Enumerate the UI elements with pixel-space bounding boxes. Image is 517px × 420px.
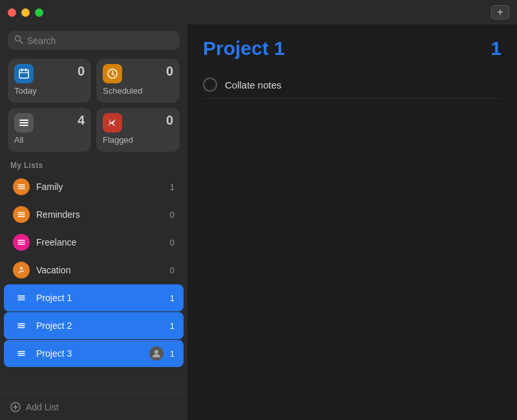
list-item-freelance[interactable]: Freelance 0 — [4, 229, 184, 256]
smart-card-all[interactable]: 4 All — [8, 108, 91, 152]
task-item-task1[interactable]: Collate notes — [203, 71, 501, 99]
close-button[interactable] — [8, 8, 16, 17]
minimize-button[interactable] — [21, 8, 30, 17]
project1-name: Project 1 — [36, 293, 164, 303]
plus-circle-icon — [10, 402, 21, 412]
smart-card-top: 4 — [14, 113, 85, 132]
project3-name: Project 3 — [36, 348, 143, 359]
list-item-project1[interactable]: Project 1 1 — [4, 284, 184, 311]
list-item-project3[interactable]: Project 3 1 — [4, 340, 184, 367]
vacation-count: 0 — [170, 266, 174, 275]
project1-count: 1 — [170, 293, 174, 303]
add-list-button[interactable]: Add List — [0, 394, 187, 420]
add-window-button[interactable]: + — [491, 5, 509, 19]
family-icon — [13, 178, 30, 195]
search-icon — [14, 35, 23, 46]
sidebar: 0 Today 0 Scheduled 4 All — [0, 25, 187, 420]
list-item-project2[interactable]: Project 2 1 — [4, 312, 184, 339]
smart-card-top: 0 — [103, 113, 173, 132]
scheduled-icon — [103, 64, 122, 83]
all-count: 4 — [78, 113, 85, 128]
all-label: All — [14, 135, 85, 145]
flagged-count: 0 — [166, 113, 173, 128]
svg-rect-9 — [19, 120, 28, 121]
freelance-count: 0 — [170, 238, 174, 247]
scheduled-label: Scheduled — [103, 86, 173, 96]
maximize-button[interactable] — [35, 8, 43, 17]
reminders-icon — [13, 206, 30, 223]
svg-rect-11 — [19, 125, 28, 126]
content-count: 1 — [491, 37, 501, 59]
traffic-lights — [8, 8, 43, 17]
list-item-vacation[interactable]: Vacation 0 — [4, 257, 184, 284]
vacation-icon — [13, 262, 30, 278]
content-header: Project 1 1 — [203, 37, 501, 59]
flagged-icon — [103, 113, 122, 132]
svg-line-8 — [112, 74, 114, 76]
scheduled-count: 0 — [166, 64, 173, 79]
search-bar[interactable] — [8, 31, 180, 50]
freelance-name: Freelance — [36, 237, 164, 247]
reminders-count: 0 — [170, 210, 174, 220]
title-bar: + — [0, 0, 517, 25]
svg-rect-2 — [19, 70, 28, 78]
family-count: 1 — [170, 182, 174, 192]
task-list: Collate notes — [203, 71, 501, 99]
list-item-family[interactable]: Family 1 — [4, 173, 184, 200]
smart-card-flagged[interactable]: 0 Flagged — [96, 108, 180, 152]
smart-card-top: 0 — [14, 64, 85, 83]
smart-lists-grid: 0 Today 0 Scheduled 4 All — [0, 56, 187, 158]
main-layout: 0 Today 0 Scheduled 4 All — [0, 25, 517, 420]
vacation-name: Vacation — [36, 265, 164, 275]
search-input[interactable] — [27, 36, 173, 46]
family-name: Family — [36, 182, 164, 192]
task-text: Collate notes — [225, 79, 282, 90]
project3-icon — [13, 345, 30, 362]
flagged-label: Flagged — [103, 135, 173, 145]
svg-point-31 — [154, 350, 158, 354]
project2-count: 1 — [170, 321, 174, 331]
project1-icon — [13, 289, 30, 306]
task-checkbox[interactable] — [203, 78, 217, 92]
today-icon — [14, 64, 34, 83]
svg-rect-10 — [19, 122, 28, 123]
list-item-avatar — [149, 346, 164, 361]
today-label: Today — [14, 86, 85, 96]
my-lists-header: My Lists — [0, 158, 187, 173]
reminders-name: Reminders — [36, 209, 164, 220]
list-items: Family 1 Reminders 0 Freelance 0 Vacatio… — [0, 173, 187, 394]
svg-line-1 — [20, 41, 23, 43]
content-title: Project 1 — [203, 37, 285, 59]
svg-point-21 — [20, 267, 23, 269]
project2-name: Project 2 — [36, 320, 164, 331]
project3-count: 1 — [170, 349, 174, 359]
today-count: 0 — [78, 64, 85, 79]
smart-card-today[interactable]: 0 Today — [8, 59, 91, 103]
all-icon — [14, 113, 34, 132]
add-list-label: Add List — [26, 402, 59, 412]
smart-card-top: 0 — [103, 64, 173, 83]
smart-card-scheduled[interactable]: 0 Scheduled — [96, 59, 180, 103]
list-item-reminders[interactable]: Reminders 0 — [4, 201, 184, 228]
content-area: Project 1 1 Collate notes — [187, 25, 517, 420]
freelance-icon — [13, 234, 30, 251]
project2-icon — [13, 317, 30, 334]
